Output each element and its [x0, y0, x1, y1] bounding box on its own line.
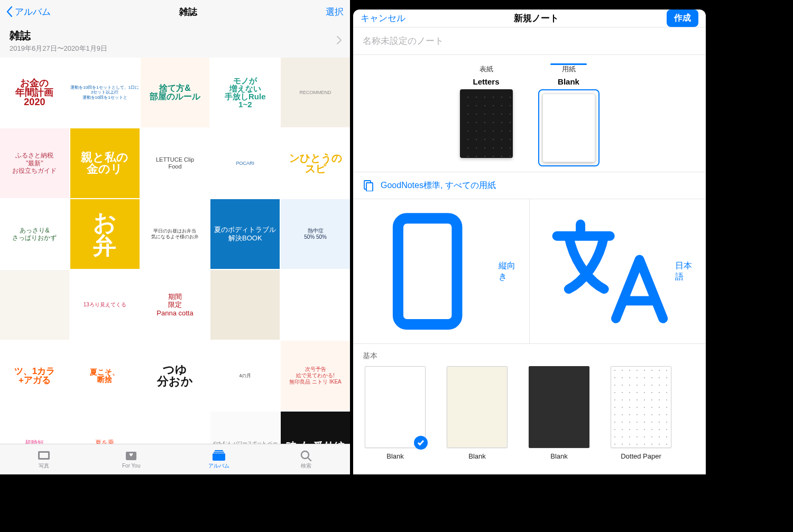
cancel-button[interactable]: キャンセル	[361, 12, 405, 24]
photo-thumbnail[interactable]: あっさり& さっぱりおかず	[0, 199, 69, 269]
photo-thumbnail[interactable]: 運動を10回を1セットとして、1日に2セット以上行 運動を10回を1セットと	[70, 58, 140, 127]
cover-name: Letters	[473, 77, 499, 86]
cover-paper-selector: 表紙 Letters 用紙 Blank	[353, 55, 706, 172]
select-button[interactable]: 選択	[326, 6, 344, 18]
selection-indicator	[550, 63, 587, 65]
svg-line-7	[308, 458, 311, 461]
orientation-icon	[363, 207, 492, 336]
template-name: Blank	[468, 452, 486, 460]
template-item[interactable]: Blank	[365, 366, 426, 460]
photo-thumbnail[interactable]: 熱中症 50% 50%	[281, 199, 350, 269]
paper-size-icon	[363, 180, 374, 191]
svg-rect-9	[366, 183, 373, 191]
template-item[interactable]: Blank	[447, 366, 508, 460]
template-thumb	[529, 366, 589, 448]
tab-label: For You	[122, 463, 140, 469]
photo-thumbnail[interactable]: お金の 年間計画 2020	[0, 58, 69, 127]
photo-thumbnail[interactable]	[281, 270, 350, 340]
orientation-language-row: 縦向き 日本語	[353, 199, 706, 344]
photo-thumbnail[interactable]	[0, 270, 69, 340]
tab-albums[interactable]: アルバム	[175, 444, 263, 474]
photo-thumbnail[interactable]: お 弁	[70, 199, 140, 269]
cover-thumbnail	[460, 89, 513, 158]
goodnotes-panel: キャンセル 新規ノート 作成 名称未設定のノート 表紙 Letters 用紙 B…	[353, 0, 706, 474]
photo-thumbnail[interactable]: POCARI	[210, 128, 280, 198]
create-button[interactable]: 作成	[667, 10, 698, 27]
album-header[interactable]: 雑誌 2019年6月27日〜2020年1月9日	[0, 23, 350, 58]
template-item[interactable]: Dotted Paper	[611, 366, 671, 460]
navbar-title: 雑誌	[179, 6, 197, 18]
tab-bar: 写真 For You アルバム 検索	[0, 444, 350, 474]
cover-caption: 表紙	[480, 64, 493, 74]
photo-thumbnail[interactable]: 親と私の 金のリ	[70, 128, 140, 198]
tab-foryou[interactable]: For You	[88, 444, 176, 474]
note-name-input[interactable]: 名称未設定のノート	[353, 27, 706, 55]
paper-name: Blank	[558, 77, 579, 86]
template-thumb	[611, 366, 671, 448]
template-item[interactable]: Blank	[529, 366, 589, 460]
photo-thumbnail[interactable]: 夏こそ、 断捨	[70, 341, 140, 410]
photo-thumbnail[interactable]: 次号予告 絵で見てわかる! 無印良品 ニトリ IKEA	[281, 341, 350, 410]
template-row-basic: BlankBlankBlankDotted Paper	[353, 364, 706, 470]
photo-thumbnail[interactable]: ンひとうの スピ	[281, 128, 350, 198]
paper-size-label: GoodNotes標準, すべての用紙	[381, 180, 496, 191]
orientation-button[interactable]: 縦向き	[353, 199, 529, 343]
sheet-title: 新規ノート	[514, 12, 559, 24]
template-name: Blank	[550, 452, 568, 460]
photo-thumbnail[interactable]: 夏を乗 副菜をスープに!	[70, 412, 140, 444]
photo-thumbnail[interactable]: やちむん パワースポット ベーカリ	[210, 412, 280, 444]
photo-thumbnail[interactable]: 4の月	[210, 341, 280, 410]
language-label: 日本語	[675, 260, 696, 283]
template-thumb	[447, 366, 508, 448]
template-name: Blank	[386, 452, 404, 460]
albums-tab-icon	[212, 450, 226, 461]
photo-thumbnail[interactable]: ツ、1カラ +アガる	[0, 341, 69, 410]
foryou-tab-icon	[124, 450, 138, 462]
search-tab-icon	[299, 450, 313, 461]
section-basic-header: 基本	[353, 344, 706, 364]
chevron-right-icon	[337, 36, 342, 46]
photo-thumbnail[interactable]: 夏のボディトラブル 解決BOOK	[210, 199, 280, 269]
album-name: 雑誌	[10, 29, 107, 43]
photo-thumbnail[interactable]: 期間 限定 Panna cotta	[141, 270, 210, 340]
svg-rect-5	[213, 453, 225, 461]
template-thumb	[365, 366, 426, 448]
photo-thumbnail[interactable]: LETTUCE Clip Food	[141, 128, 210, 198]
back-button[interactable]: アルバム	[6, 6, 51, 18]
photos-tab-icon	[37, 450, 51, 461]
album-date-range: 2019年6月27日〜2020年1月9日	[10, 44, 107, 53]
svg-rect-4	[214, 452, 224, 453]
back-label: アルバム	[15, 6, 51, 18]
cover-option[interactable]: 表紙 Letters	[460, 64, 513, 166]
paper-caption: 用紙	[562, 64, 576, 74]
photo-thumbnail[interactable]: つゆ 分おか	[141, 341, 210, 410]
photos-app: アルバム 雑誌 選択 雑誌 2019年6月27日〜2020年1月9日 お金の 年…	[0, 0, 350, 474]
photo-thumbnail[interactable]: ンニューけ	[141, 412, 210, 444]
language-icon	[539, 207, 669, 336]
sheet-navbar: キャンセル 新規ノート 作成	[353, 10, 706, 27]
tab-search[interactable]: 検索	[263, 444, 351, 474]
tab-label: 検索	[301, 462, 311, 470]
photo-thumbnail[interactable]: 捨て方& 部屋のルール	[141, 58, 210, 127]
paper-option[interactable]: 用紙 Blank	[538, 64, 600, 166]
photo-thumbnail[interactable]	[210, 270, 280, 340]
photo-thumbnail[interactable]: RECOMMEND	[281, 58, 350, 127]
svg-rect-1	[40, 453, 48, 458]
svg-rect-3	[215, 450, 223, 451]
photo-thumbnail[interactable]: モノが 増えない 手放しRule 1~2	[210, 58, 280, 127]
new-note-sheet: キャンセル 新規ノート 作成 名称未設定のノート 表紙 Letters 用紙 B…	[353, 10, 706, 474]
photo-grid: お金の 年間計画 2020運動を10回を1セットとして、1日に2セット以上行 運…	[0, 58, 350, 444]
paper-thumbnail	[542, 94, 595, 162]
photo-thumbnail[interactable]: ふるさと納税 "最新" お役立ちガイド	[0, 128, 69, 198]
photo-thumbnail[interactable]: 平日のお昼はお弁当 気になるよそ様のお弁	[141, 199, 210, 269]
photo-thumbnail[interactable]: 時 女 番外編	[281, 412, 350, 444]
checkmark-icon	[414, 436, 428, 450]
paper-size-row[interactable]: GoodNotes標準, すべての用紙	[353, 172, 706, 199]
language-button[interactable]: 日本語	[529, 199, 706, 343]
section-ruled-header: 罫紙	[353, 470, 706, 474]
photo-thumbnail[interactable]: 13ろり見えてくる	[70, 270, 140, 340]
tab-label: アルバム	[208, 462, 229, 470]
tab-photos[interactable]: 写真	[0, 444, 88, 474]
chevron-left-icon	[6, 6, 13, 17]
photo-thumbnail[interactable]: 超時短 8 献立	[0, 412, 69, 444]
